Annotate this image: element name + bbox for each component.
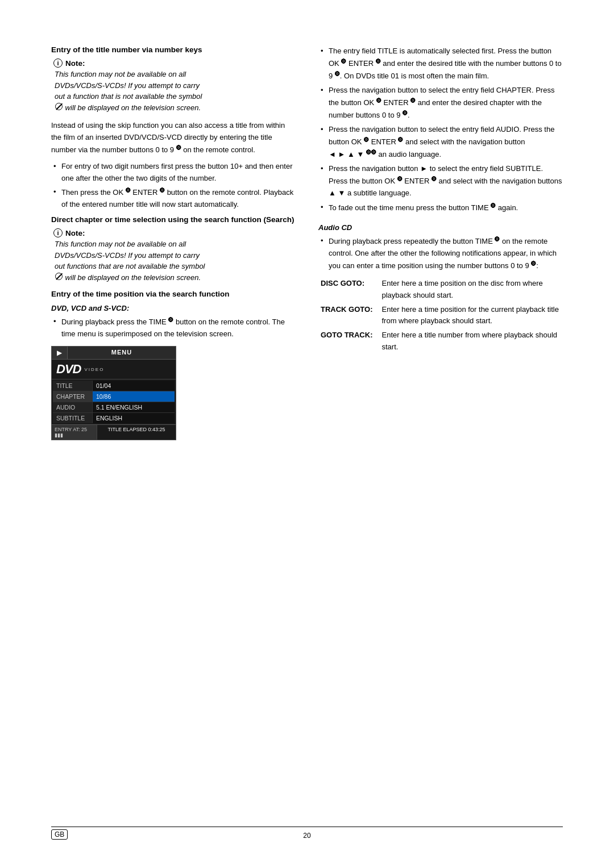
- goto-desc: Enter here a title number from where pla…: [379, 328, 563, 354]
- bullet-item: During playback press repeatedly the but…: [318, 235, 563, 272]
- dvd-footer: ENTRY AT: 25 ▮▮▮ TITLE ELAPSED 0:43:25: [52, 424, 176, 440]
- play-icon: ▶: [52, 347, 68, 359]
- bullet-item: To fade out the time menu press the butt…: [318, 202, 563, 214]
- goto-table: DISC GOTO: Enter here a time position on…: [318, 277, 563, 354]
- footer-gb-badge: GB: [51, 829, 68, 840]
- section1-title: Entry of the title number via number key…: [51, 45, 296, 54]
- bullet-item: The entry field TITLE is automatically s…: [318, 45, 563, 82]
- dvd-logo: DVD: [56, 362, 81, 377]
- audio-cd-title: Audio CD: [318, 223, 563, 232]
- bullet-item: Then press the OK ⓿ ENTER ⓿ button on th…: [51, 186, 296, 211]
- dvd-row-audio: AUDIO 5.1 EN/ENGLISH: [53, 402, 175, 413]
- section2-title: Direct chapter or time selection using t…: [51, 215, 296, 224]
- dvd-row-value: ENGLISH: [93, 413, 175, 423]
- info-icon-1: i: [53, 59, 63, 68]
- no-symbol-icon-2: [55, 273, 63, 280]
- note-box-2: i Note: This function may not be availab…: [51, 228, 296, 283]
- right-column: The entry field TITLE is automatically s…: [318, 45, 563, 448]
- footer-line: 20: [51, 827, 563, 840]
- dvd-row-label: AUDIO: [53, 402, 93, 412]
- audio-cd-bullets: During playback press repeatedly the but…: [318, 235, 563, 272]
- dvd-footer-entry: ENTRY AT: 25 ▮▮▮: [52, 425, 97, 440]
- dvd-row-value: 01/04: [93, 381, 175, 391]
- section1-bullets: For entry of two digit numbers first pre…: [51, 161, 296, 211]
- dvd-row-value: 10/86: [93, 391, 175, 402]
- no-symbol-icon-1: [55, 103, 63, 110]
- page: Entry of the title number via number key…: [0, 0, 614, 868]
- dvd-row-title: TITLE 01/04: [53, 381, 175, 391]
- table-row: DISC GOTO: Enter here a time position on…: [318, 277, 563, 303]
- dvd-row-value: 5.1 EN/ENGLISH: [93, 402, 175, 412]
- right-bullets-title: The entry field TITLE is automatically s…: [318, 45, 563, 214]
- dvd-vcd-bullets: During playback press the TIME ⓿ button …: [51, 316, 296, 340]
- dvd-row-subtitle: SUBTITLE ENGLISH: [53, 413, 175, 423]
- table-row: TRACK GOTO: Enter here a time position f…: [318, 303, 563, 329]
- note-title-2: i Note:: [53, 228, 296, 237]
- dvd-vcd-subtitle: DVD, VCD and S-VCD:: [51, 304, 296, 312]
- info-icon-2: i: [53, 228, 63, 237]
- section3-title: Entry of the time position via the searc…: [51, 290, 296, 298]
- note-box-1: i Note: This function may not be availab…: [51, 59, 296, 113]
- goto-label: TRACK GOTO:: [318, 303, 379, 329]
- menu-label: MENU: [68, 347, 176, 359]
- dvd-row-label: CHAPTER: [53, 391, 93, 402]
- two-column-layout: Entry of the title number via number key…: [51, 45, 563, 448]
- dvd-row-label: TITLE: [53, 381, 93, 391]
- dvd-video-text: VIDEO: [84, 367, 104, 372]
- page-number: 20: [303, 832, 310, 840]
- left-column: Entry of the title number via number key…: [51, 45, 296, 448]
- note-title-1: i Note:: [53, 59, 296, 68]
- bullet-item: Press the navigation button to select th…: [318, 85, 563, 122]
- dvd-menu-header: ▶ MENU: [52, 347, 176, 360]
- bullet-item: During playback press the TIME ⓿ button …: [51, 316, 296, 340]
- dvd-menu-screenshot: ▶ MENU DVD VIDEO TITLE 01/04 CHAPTER 10/…: [51, 346, 176, 440]
- dvd-row-chapter: CHAPTER 10/86: [53, 391, 175, 402]
- dvd-logo-area: DVD VIDEO: [52, 360, 176, 379]
- note-body-1: This function may not be available on al…: [53, 69, 296, 113]
- goto-label: DISC GOTO:: [318, 277, 379, 303]
- goto-desc: Enter here a time position on the disc f…: [379, 277, 563, 303]
- dvd-row-label: SUBTITLE: [53, 413, 93, 423]
- bullet-item: Press the navigation button to select th…: [318, 124, 563, 161]
- dvd-rows-table: TITLE 01/04 CHAPTER 10/86 AUDIO 5.1 EN/E…: [52, 379, 176, 424]
- dvd-footer-time: TITLE ELAPSED 0:43:25: [97, 425, 176, 440]
- note-body-2: This function may not be available on al…: [53, 239, 296, 283]
- table-row: GOTO TRACK: Enter here a title number fr…: [318, 328, 563, 354]
- goto-desc: Enter here a time position for the curre…: [379, 303, 563, 329]
- bullet-item: For entry of two digit numbers first pre…: [51, 161, 296, 185]
- section1-body: Instead of using the skip function you c…: [51, 120, 296, 156]
- goto-label: GOTO TRACK:: [318, 328, 379, 354]
- bullet-item: Press the navigation button ► to select …: [318, 163, 563, 199]
